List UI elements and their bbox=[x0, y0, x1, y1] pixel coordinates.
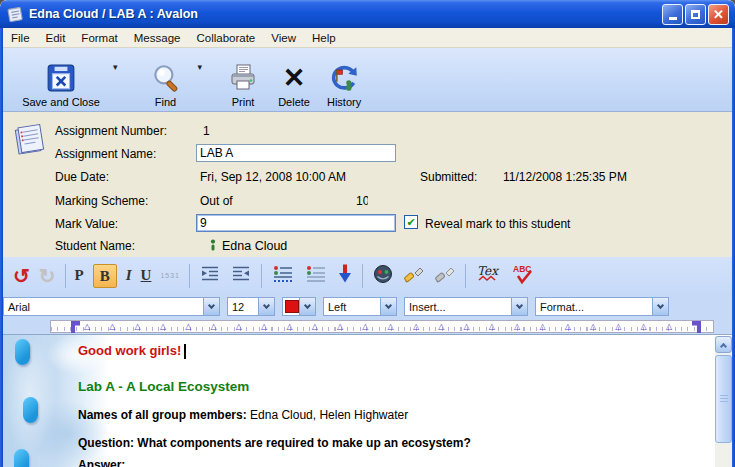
tab-stop-marker[interactable]: △ bbox=[236, 323, 242, 331]
maximize-button[interactable] bbox=[685, 4, 706, 25]
menu-item-message[interactable]: Message bbox=[126, 32, 189, 44]
font-family-value: Arial bbox=[8, 301, 30, 313]
tab-stop-marker[interactable]: △ bbox=[413, 323, 419, 331]
chevron-down-icon[interactable] bbox=[299, 298, 315, 315]
tab-stop-marker[interactable]: △ bbox=[565, 323, 571, 331]
tab-stop-marker[interactable]: △ bbox=[109, 323, 115, 331]
student-name-value[interactable]: Edna Cloud bbox=[222, 239, 287, 253]
toolbar-separator bbox=[65, 264, 66, 288]
chevron-down-icon[interactable] bbox=[258, 298, 274, 315]
minimize-button[interactable] bbox=[662, 4, 683, 25]
insert-arrow-icon[interactable] bbox=[337, 263, 353, 289]
delete-button[interactable]: ✕ Delete bbox=[270, 52, 318, 108]
tab-stop-marker[interactable]: △ bbox=[160, 323, 166, 331]
menu-item-view[interactable]: View bbox=[263, 32, 304, 44]
tab-stop-marker[interactable]: △ bbox=[84, 323, 90, 331]
outdent-icon[interactable] bbox=[230, 263, 252, 289]
quote-list-icon[interactable] bbox=[271, 263, 295, 289]
print-icon bbox=[228, 60, 258, 96]
group-members-value: Edna Cloud, Helen Highwater bbox=[247, 408, 408, 422]
reveal-mark-label: Reveal mark to this student bbox=[425, 217, 570, 231]
font-size-select[interactable]: 12 bbox=[227, 297, 275, 316]
tab-stop-marker[interactable]: △ bbox=[312, 323, 318, 331]
tab-stop-marker[interactable]: △ bbox=[286, 323, 292, 331]
format-eraser-icon[interactable] bbox=[434, 263, 456, 289]
bold-button[interactable]: B bbox=[93, 264, 117, 288]
tab-stop-marker[interactable]: △ bbox=[489, 323, 495, 331]
scrollbar-thumb[interactable] bbox=[715, 355, 732, 443]
chevron-down-icon[interactable] bbox=[203, 298, 219, 315]
menu-item-format[interactable]: Format bbox=[73, 32, 125, 44]
tab-stop-marker[interactable]: △ bbox=[590, 323, 596, 331]
spellcheck-icon[interactable]: ABC bbox=[512, 263, 536, 289]
submitted-label: Submitted: bbox=[420, 170, 477, 184]
format-painter-icon[interactable] bbox=[403, 263, 425, 289]
mark-value-input[interactable] bbox=[196, 214, 396, 232]
tab-stop-marker[interactable]: △ bbox=[362, 323, 368, 331]
reveal-mark-checkbox[interactable]: ✔ bbox=[404, 215, 418, 229]
italic-button[interactable]: I bbox=[126, 268, 132, 283]
mark-value-label: Mark Value: bbox=[55, 217, 118, 231]
question-line: Question: What components are required t… bbox=[78, 436, 471, 450]
tab-stop-marker[interactable]: △ bbox=[539, 323, 545, 331]
menu-item-help[interactable]: Help bbox=[304, 32, 344, 44]
signature-icon[interactable]: Tex bbox=[475, 263, 503, 289]
lab-heading: Lab A - A Local Ecosystem bbox=[78, 379, 249, 394]
menu-item-edit[interactable]: Edit bbox=[38, 32, 74, 44]
tab-stop-marker[interactable]: △ bbox=[514, 323, 520, 331]
underline-button[interactable]: U bbox=[141, 268, 152, 283]
tab-stop-marker[interactable]: △ bbox=[666, 323, 672, 331]
plain-style-button[interactable]: P bbox=[75, 268, 84, 283]
chevron-down-icon[interactable] bbox=[380, 298, 396, 315]
assignment-number-value: 1 bbox=[203, 124, 210, 138]
tab-stop-marker[interactable]: △ bbox=[185, 323, 191, 331]
tab-stop-marker[interactable]: △ bbox=[615, 323, 621, 331]
unquote-list-icon[interactable] bbox=[304, 263, 328, 289]
tab-stop-marker[interactable]: △ bbox=[211, 323, 217, 331]
decorative-pill bbox=[14, 449, 29, 467]
history-button[interactable]: History bbox=[318, 52, 370, 108]
tab-stop-marker[interactable]: △ bbox=[261, 323, 267, 331]
find-dropdown-arrow-icon[interactable]: ▾ bbox=[198, 62, 203, 72]
tab-stop-marker[interactable]: △ bbox=[135, 323, 141, 331]
close-button[interactable]: ✕ bbox=[708, 4, 729, 25]
assignment-name-input[interactable] bbox=[196, 144, 396, 162]
save-and-close-button[interactable]: Save and Close bbox=[13, 52, 109, 108]
font-family-select[interactable]: Arial bbox=[3, 297, 220, 316]
assignment-number-label: Assignment Number: bbox=[55, 124, 167, 138]
alignment-select[interactable]: Left bbox=[323, 297, 397, 316]
document-body[interactable]: Good work girls! Lab A - A Local Ecosyst… bbox=[3, 334, 732, 467]
format-select[interactable]: Format... bbox=[535, 297, 669, 316]
redo-icon[interactable]: ↻ bbox=[39, 266, 56, 286]
tab-stop-marker[interactable]: △ bbox=[641, 323, 647, 331]
menu-item-file[interactable]: File bbox=[3, 32, 38, 44]
insert-select[interactable]: Insert... bbox=[404, 297, 528, 316]
undo-icon[interactable]: ↺ bbox=[13, 266, 30, 286]
ruler-ticks bbox=[51, 327, 713, 331]
chevron-down-icon[interactable] bbox=[511, 298, 527, 315]
tab-stop-marker[interactable]: △ bbox=[337, 323, 343, 331]
decorative-pill bbox=[23, 397, 38, 423]
vertical-scrollbar[interactable] bbox=[715, 336, 732, 467]
text-color-select[interactable] bbox=[282, 297, 316, 316]
tab-stop-marker[interactable]: △ bbox=[464, 323, 470, 331]
scroll-up-button[interactable] bbox=[715, 336, 732, 353]
menu-item-collaborate[interactable]: Collaborate bbox=[188, 32, 263, 44]
link-wheel-icon[interactable] bbox=[372, 263, 394, 289]
save-dropdown-arrow-icon[interactable]: ▾ bbox=[113, 62, 118, 72]
indent-icon[interactable] bbox=[199, 263, 221, 289]
print-button[interactable]: Print bbox=[220, 52, 266, 108]
tab-stop-marker[interactable]: △ bbox=[388, 323, 394, 331]
title-bar[interactable]: Edna Cloud / LAB A : Avalon ✕ bbox=[0, 0, 735, 28]
ruler[interactable]: △△△△△△△△△△△△△△△△△△△△△△△△ bbox=[50, 320, 714, 333]
marking-scheme-max: 10 bbox=[356, 194, 368, 208]
window-note-icon bbox=[6, 5, 24, 23]
find-button[interactable]: Find bbox=[138, 52, 194, 108]
alignment-value: Left bbox=[328, 301, 346, 313]
chevron-down-icon[interactable] bbox=[652, 298, 668, 315]
notepad-stack-icon bbox=[11, 120, 51, 163]
format-value: Format... bbox=[540, 301, 584, 313]
type-size-icon[interactable]: 1531 bbox=[160, 272, 180, 279]
tab-stop-marker[interactable]: △ bbox=[438, 323, 444, 331]
group-members-label: Names of all group members: bbox=[78, 408, 247, 422]
